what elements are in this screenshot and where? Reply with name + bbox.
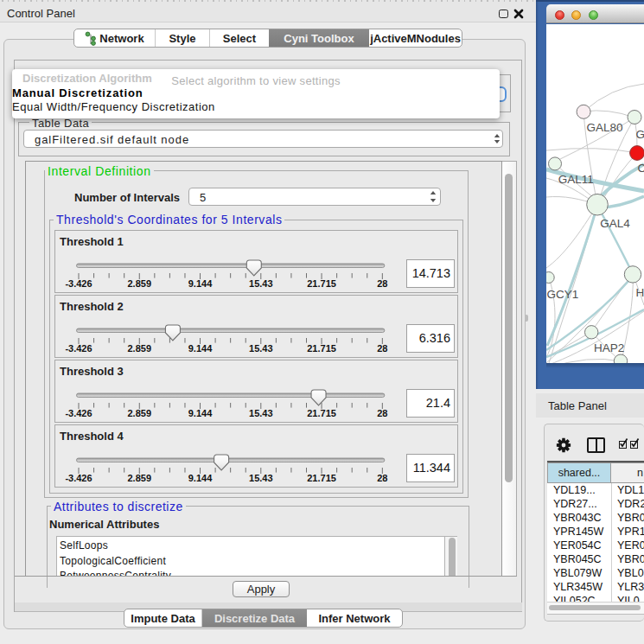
svg-text:15.43: 15.43 bbox=[249, 278, 273, 289]
svg-text:28: 28 bbox=[377, 473, 387, 483]
svg-text:HAP2: HAP2 bbox=[594, 341, 624, 354]
svg-text:-3.426: -3.426 bbox=[65, 278, 92, 289]
svg-text:2.859: 2.859 bbox=[128, 278, 152, 289]
svg-text:15.43: 15.43 bbox=[249, 473, 273, 483]
svg-text:2.859: 2.859 bbox=[128, 473, 152, 483]
svg-text:CY: CY bbox=[638, 162, 644, 175]
svg-text:28: 28 bbox=[377, 278, 387, 289]
svg-text:-3.426: -3.426 bbox=[65, 343, 92, 354]
svg-text:21.715: 21.715 bbox=[307, 278, 336, 289]
svg-text:GCY1: GCY1 bbox=[547, 288, 579, 301]
svg-text:GAL3: GAL3 bbox=[636, 128, 644, 141]
svg-text:9.144: 9.144 bbox=[188, 408, 213, 418]
svg-text:-3.426: -3.426 bbox=[65, 408, 92, 418]
svg-text:15.43: 15.43 bbox=[249, 343, 273, 354]
svg-text:GAL4: GAL4 bbox=[600, 217, 630, 230]
svg-text:-3.426: -3.426 bbox=[65, 473, 92, 483]
svg-text:21.715: 21.715 bbox=[307, 408, 336, 418]
svg-text:2.859: 2.859 bbox=[128, 343, 152, 354]
svg-text:15.43: 15.43 bbox=[249, 408, 273, 418]
svg-text:2.859: 2.859 bbox=[128, 408, 152, 418]
svg-text:9.144: 9.144 bbox=[188, 278, 213, 289]
svg-text:28: 28 bbox=[377, 343, 387, 354]
svg-text:21.715: 21.715 bbox=[307, 473, 336, 483]
svg-text:GAL11: GAL11 bbox=[558, 173, 594, 186]
svg-text:28: 28 bbox=[377, 408, 387, 418]
svg-text:9.144: 9.144 bbox=[188, 473, 213, 483]
svg-text:21.715: 21.715 bbox=[307, 343, 336, 354]
svg-text:9.144: 9.144 bbox=[188, 343, 213, 354]
svg-text:GAL80: GAL80 bbox=[586, 121, 622, 134]
svg-text:HIS5: HIS5 bbox=[636, 286, 644, 299]
